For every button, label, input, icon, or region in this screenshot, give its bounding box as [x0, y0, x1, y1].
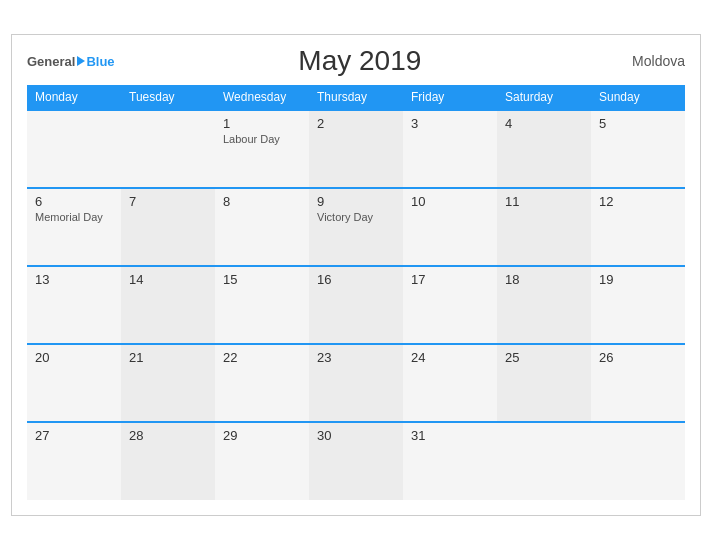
holiday-name: Victory Day: [317, 211, 395, 223]
day-number: 17: [411, 272, 489, 287]
calendar-cell: 1Labour Day: [215, 110, 309, 188]
calendar-cell: 9Victory Day: [309, 188, 403, 266]
logo: General Blue: [27, 54, 115, 69]
calendar-cell: 25: [497, 344, 591, 422]
calendar-cell: 24: [403, 344, 497, 422]
weekday-header-wednesday: Wednesday: [215, 85, 309, 110]
calendar-cell: 5: [591, 110, 685, 188]
day-number: 7: [129, 194, 207, 209]
day-number: 6: [35, 194, 113, 209]
calendar-cell: [591, 422, 685, 500]
day-number: 20: [35, 350, 113, 365]
day-number: 31: [411, 428, 489, 443]
day-number: 24: [411, 350, 489, 365]
day-number: 9: [317, 194, 395, 209]
calendar-cell: 3: [403, 110, 497, 188]
calendar-cell: 21: [121, 344, 215, 422]
day-number: 1: [223, 116, 301, 131]
calendar-cell: [497, 422, 591, 500]
weekday-header-monday: Monday: [27, 85, 121, 110]
weekday-header-saturday: Saturday: [497, 85, 591, 110]
calendar-cell: 14: [121, 266, 215, 344]
calendar-cell: 16: [309, 266, 403, 344]
logo-general: General: [27, 54, 75, 69]
calendar-cell: 6Memorial Day: [27, 188, 121, 266]
day-number: 3: [411, 116, 489, 131]
day-number: 10: [411, 194, 489, 209]
calendar-cell: 19: [591, 266, 685, 344]
logo-blue: Blue: [86, 54, 114, 69]
day-number: 12: [599, 194, 677, 209]
calendar-cell: [121, 110, 215, 188]
calendar: General Blue May 2019 Moldova MondayTues…: [11, 34, 701, 516]
calendar-title: May 2019: [115, 45, 605, 77]
holiday-name: Memorial Day: [35, 211, 113, 223]
weekday-header-friday: Friday: [403, 85, 497, 110]
calendar-cell: 11: [497, 188, 591, 266]
day-number: 23: [317, 350, 395, 365]
calendar-cell: [27, 110, 121, 188]
day-number: 2: [317, 116, 395, 131]
calendar-cell: 27: [27, 422, 121, 500]
calendar-cell: 7: [121, 188, 215, 266]
week-row-1: 1Labour Day2345: [27, 110, 685, 188]
day-number: 8: [223, 194, 301, 209]
calendar-cell: 26: [591, 344, 685, 422]
day-number: 5: [599, 116, 677, 131]
weekday-header-thursday: Thursday: [309, 85, 403, 110]
calendar-cell: 30: [309, 422, 403, 500]
logo-triangle-icon: [77, 56, 85, 66]
calendar-cell: 12: [591, 188, 685, 266]
day-number: 26: [599, 350, 677, 365]
week-row-5: 2728293031: [27, 422, 685, 500]
weekday-header-row: MondayTuesdayWednesdayThursdayFridaySatu…: [27, 85, 685, 110]
calendar-header: MondayTuesdayWednesdayThursdayFridaySatu…: [27, 85, 685, 110]
day-number: 28: [129, 428, 207, 443]
day-number: 30: [317, 428, 395, 443]
day-number: 18: [505, 272, 583, 287]
week-row-4: 20212223242526: [27, 344, 685, 422]
country-label: Moldova: [605, 53, 685, 69]
holiday-name: Labour Day: [223, 133, 301, 145]
calendar-cell: 31: [403, 422, 497, 500]
calendar-cell: 23: [309, 344, 403, 422]
day-number: 29: [223, 428, 301, 443]
calendar-cell: 17: [403, 266, 497, 344]
calendar-cell: 29: [215, 422, 309, 500]
calendar-cell: 20: [27, 344, 121, 422]
week-row-2: 6Memorial Day789Victory Day101112: [27, 188, 685, 266]
weekday-header-sunday: Sunday: [591, 85, 685, 110]
day-number: 16: [317, 272, 395, 287]
calendar-table: MondayTuesdayWednesdayThursdayFridaySatu…: [27, 85, 685, 500]
calendar-cell: 8: [215, 188, 309, 266]
calendar-cell: 4: [497, 110, 591, 188]
week-row-3: 13141516171819: [27, 266, 685, 344]
day-number: 13: [35, 272, 113, 287]
day-number: 4: [505, 116, 583, 131]
day-number: 21: [129, 350, 207, 365]
calendar-cell: 2: [309, 110, 403, 188]
calendar-cell: 18: [497, 266, 591, 344]
calendar-cell: 15: [215, 266, 309, 344]
weekday-header-tuesday: Tuesday: [121, 85, 215, 110]
calendar-cell: 10: [403, 188, 497, 266]
calendar-cell: 28: [121, 422, 215, 500]
calendar-cell: 22: [215, 344, 309, 422]
day-number: 22: [223, 350, 301, 365]
top-bar: General Blue May 2019 Moldova: [27, 45, 685, 77]
day-number: 19: [599, 272, 677, 287]
day-number: 14: [129, 272, 207, 287]
day-number: 27: [35, 428, 113, 443]
calendar-body: 1Labour Day23456Memorial Day789Victory D…: [27, 110, 685, 500]
day-number: 11: [505, 194, 583, 209]
day-number: 25: [505, 350, 583, 365]
calendar-cell: 13: [27, 266, 121, 344]
day-number: 15: [223, 272, 301, 287]
